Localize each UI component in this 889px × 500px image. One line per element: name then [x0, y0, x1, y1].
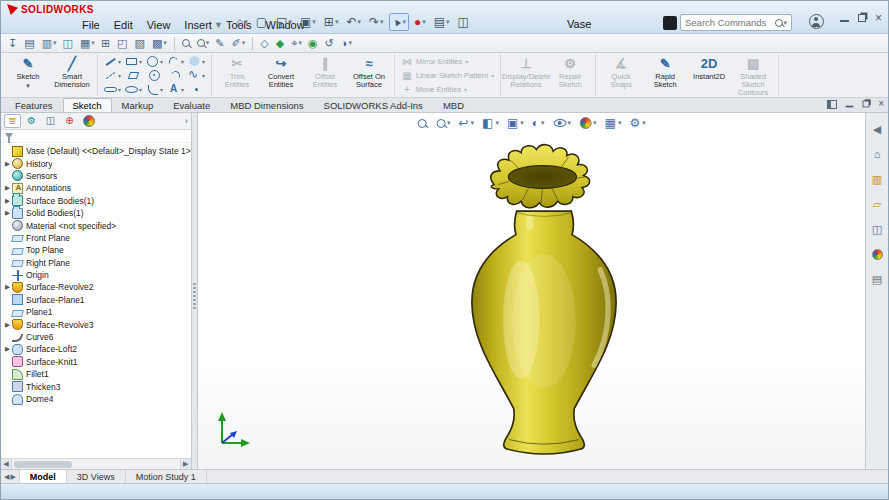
tab-3d-views[interactable]: 3D Views [67, 470, 126, 483]
convert-entities-button[interactable]: ↪ Convert Entities [260, 54, 302, 97]
feature-tree-item[interactable]: Surface-Plane1 [3, 294, 191, 306]
repair-sketch-button[interactable]: ⚙ Repair Sketch [549, 54, 591, 97]
file-explorer-icon[interactable]: ▱ [869, 196, 886, 212]
view-settings-icon[interactable]: ⚙ ▾ [627, 115, 647, 131]
feature-tree-item[interactable]: Top Plane [3, 244, 191, 256]
filter-icon[interactable] [5, 133, 13, 139]
menu-file[interactable]: File [75, 18, 107, 32]
layers-icon[interactable]: ▩ ▾ [150, 35, 169, 51]
linear-sketch-pattern-button[interactable]: ▦ Linear Sketch Pattern ▾ [399, 69, 496, 82]
tab-solidworks-add-ins[interactable]: SOLIDWORKS Add-Ins [314, 98, 433, 112]
configurationmanager-tab[interactable]: ◫ [42, 114, 59, 128]
feature-tree-item[interactable]: Curve6 [3, 331, 191, 343]
hide-show-items-icon[interactable]: ▾ [551, 118, 574, 128]
rapid-sketch-button[interactable]: ✎ Rapid Sketch [644, 54, 686, 97]
offset-entities-button[interactable]: ∥ Offset Entities [304, 54, 346, 97]
previous-view-icon[interactable]: ↩ ▾ [457, 115, 477, 131]
hatch-icon[interactable]: ▧ [133, 35, 148, 51]
display-pane-icon[interactable]: ◫ [455, 13, 473, 31]
user-account-icon[interactable] [809, 14, 824, 29]
menu-edit[interactable]: Edit [107, 18, 140, 32]
grid-icon[interactable]: ▦ ▾ [78, 35, 97, 51]
tree-horizontal-scrollbar[interactable]: ◀ ▶ [1, 458, 191, 469]
centerline-tool[interactable]: ▾ [102, 68, 123, 82]
undo-icon[interactable]: ↶ ▾ [343, 13, 364, 31]
edit-appearance-icon[interactable]: ▾ [577, 116, 599, 130]
expand-caret-icon[interactable]: ▶ [3, 321, 12, 329]
camera-icon[interactable]: ◑ ▾ [339, 35, 354, 51]
separator[interactable] [252, 37, 253, 50]
scroll-right-icon[interactable]: ▶ [180, 459, 191, 469]
rectangle-tool[interactable]: ▾ [123, 54, 144, 68]
expand-caret-icon[interactable]: ▶ [3, 184, 12, 192]
display-delete-relations-button[interactable]: ⊥ Display/Delete Relations [505, 54, 547, 97]
feature-tree-item[interactable]: ▶ Annotations [3, 182, 191, 194]
shaded-icon[interactable]: ◆ [274, 35, 287, 51]
sheet-columns-icon[interactable]: ▥ ▾ [40, 35, 59, 51]
menu-view[interactable]: View [140, 18, 178, 32]
featuremanager-tab[interactable]: ≣ [4, 114, 21, 128]
appearances-icon[interactable] [869, 246, 886, 262]
graphics-area[interactable]: ▾ ↩ ▾ ◧ ▾ ▣ ▾ ◐ [198, 113, 865, 469]
feature-tree-item[interactable]: ▶ Surface-Revolve2 [3, 281, 191, 293]
quick-snaps-button[interactable]: ∡ Quick Snaps [600, 54, 642, 97]
design-library-icon[interactable]: ▥ [869, 171, 886, 187]
collapse-taskpane-icon[interactable]: ◀ [869, 121, 886, 137]
file-properties-icon[interactable]: ▤ ▾ [431, 13, 453, 31]
point-tool[interactable] [186, 82, 207, 96]
search-input[interactable] [685, 17, 775, 28]
view-palette-icon[interactable]: ◫ [869, 221, 886, 237]
pin-icon[interactable]: ▼ [214, 20, 223, 30]
feature-tree-item[interactable]: Thicken3 [3, 380, 191, 392]
feature-tree-item[interactable]: Plane1 [3, 306, 191, 318]
display-pane-toggle-icon[interactable] [827, 100, 837, 109]
display-style-icon[interactable]: ◐ ▾ [530, 115, 547, 131]
feature-tree-item[interactable]: Fillet1 [3, 368, 191, 380]
target-icon[interactable]: ⌖ ▾ [289, 35, 304, 51]
wireframe-icon[interactable]: ◇ [258, 35, 271, 51]
scrollbar-thumb[interactable] [14, 461, 72, 468]
zoom-fit-icon[interactable] [415, 118, 430, 129]
feature-tree-item[interactable]: ▶ Surface Bodies(1) [3, 195, 191, 207]
maximize-button[interactable] [858, 14, 866, 22]
perimeter-circle-tool[interactable] [144, 68, 165, 82]
text-tool[interactable]: ▾ [165, 82, 186, 96]
document-close-button[interactable]: × [878, 99, 884, 109]
tab-scroll-arrows[interactable]: ◀▶ [1, 470, 20, 483]
scroll-left-icon[interactable]: ◀ [1, 459, 12, 469]
feature-tree-item[interactable]: Surface-Knit1 [3, 356, 191, 368]
parallelogram-tool[interactable] [123, 68, 144, 82]
feature-tree-item[interactable]: ▶ Surface-Loft2 [3, 343, 191, 355]
tab-evaluate[interactable]: Evaluate [163, 98, 220, 112]
feature-tree-item[interactable]: ▶ History [3, 157, 191, 169]
ellipse-tool[interactable]: ▾ [123, 82, 144, 96]
section-view-icon[interactable]: ◧ ▾ [480, 115, 501, 131]
panel-left-icon[interactable]: ◰ [115, 35, 130, 51]
tab-sketch[interactable]: Sketch [63, 98, 112, 112]
sketch-button[interactable]: ✎ Sketch ▾ [7, 54, 49, 97]
expand-caret-icon[interactable]: ▶ [3, 160, 12, 168]
trim-entities-button[interactable]: ✂ Trim Entities [216, 54, 258, 97]
spline-tool[interactable]: ▾ [186, 68, 207, 82]
sketch-fillet-tool[interactable]: ▾ [144, 82, 165, 96]
line-tool[interactable]: ▾ [102, 54, 123, 68]
feature-tree-item[interactable]: ▶ Solid Bodies(1) [3, 207, 191, 219]
menu-insert[interactable]: Insert [177, 18, 219, 32]
print-icon[interactable]: ⊞ ▾ [321, 13, 342, 31]
tab-motion-study-1[interactable]: Motion Study 1 [126, 470, 207, 483]
globe-icon[interactable]: ◉ [306, 35, 321, 51]
search-icon[interactable] [775, 19, 783, 27]
custom-properties-icon[interactable]: ▤ [869, 271, 886, 287]
rotate-view-icon[interactable]: ↺ [323, 35, 337, 51]
pen-icon[interactable]: ✐ ▾ [230, 35, 248, 51]
expand-caret-icon[interactable]: ▶ [3, 197, 12, 205]
tab-features[interactable]: Features [5, 98, 63, 112]
rebuild-icon[interactable]: ● ▾ [411, 13, 429, 31]
document-minimize-button[interactable] [846, 101, 854, 108]
tab-markup[interactable]: Markup [112, 98, 164, 112]
displaymanager-tab[interactable] [80, 114, 97, 128]
three-point-arc-tool[interactable] [165, 68, 186, 82]
separator[interactable] [174, 37, 175, 50]
shaded-sketch-contours-button[interactable]: ▨ Shaded Sketch Contours [732, 54, 774, 97]
window-pane-icon[interactable]: ◫ [61, 35, 76, 51]
